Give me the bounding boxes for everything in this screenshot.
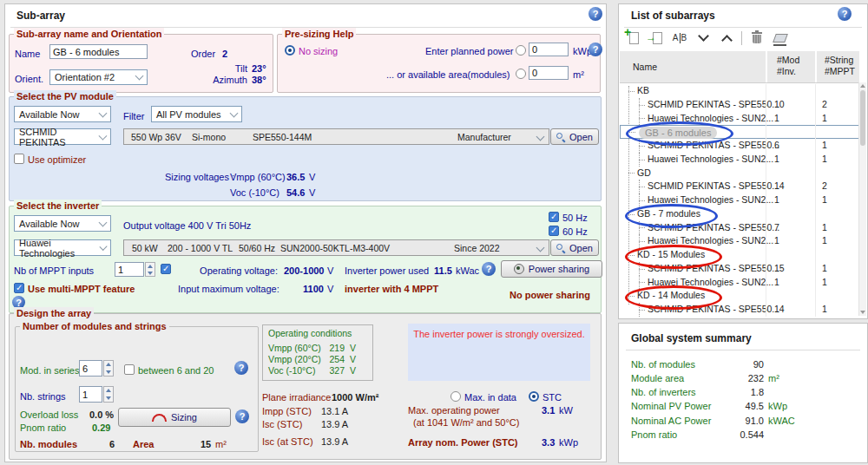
- subarray-device-row[interactable]: SCHMID PEKINTAS - SPE550...142: [620, 180, 859, 193]
- move-up-icon[interactable]: [718, 29, 735, 47]
- mod-inv-value: 1: [774, 234, 779, 248]
- mod-inv-value: 1: [774, 193, 779, 207]
- oc-unit: V: [350, 354, 356, 364]
- order-value: 2: [222, 49, 227, 59]
- planned-power-radio[interactable]: [516, 45, 526, 56]
- nb-strings-label: Nb. strings: [20, 391, 66, 402]
- array-power-label: Array nom. Power (STC): [408, 437, 518, 448]
- subarray-device-row[interactable]: Huawei Technologies - SUN2...11: [620, 193, 859, 207]
- freq-50hz-checkbox[interactable]: [549, 212, 559, 222]
- pv-manufacturer-select[interactable]: SCHMID PEKINTAS: [14, 128, 111, 145]
- string-mppt-value: 1: [822, 276, 827, 290]
- planned-power-input[interactable]: 0: [529, 43, 569, 56]
- subarray-group-row[interactable]: KD - 15 Modules: [620, 248, 859, 262]
- group-legend: Pre-sizing Help: [282, 28, 356, 40]
- subarray-row-label: SCHMID PEKINTAS - SPE550...: [648, 180, 779, 191]
- pnom-ratio-label: Pnom ratio: [20, 422, 66, 433]
- pv-open-button[interactable]: Open: [550, 128, 599, 145]
- inverter-manufacturer-select[interactable]: Huawei Technologies: [14, 239, 111, 256]
- power-used-help-icon[interactable]: [482, 262, 496, 276]
- subarray-name-input[interactable]: GB - 6 modules: [49, 44, 148, 59]
- subarray-row-label: SCHMID PEKINTAS - SPE550...: [648, 140, 779, 150]
- subarray-device-row[interactable]: Huawei Technologies - SUN2...11: [620, 234, 859, 248]
- presizing-help-icon[interactable]: [589, 43, 602, 56]
- power-sharing-button[interactable]: Power sharing: [501, 260, 602, 278]
- subarray-row-label: Huawei Technologies - SUN2...: [648, 113, 773, 123]
- add-subarray-icon[interactable]: +: [624, 29, 641, 47]
- inverter-manufacturer-value: Huawei Technologies: [19, 238, 101, 259]
- area-label: ... or available area(modules): [386, 69, 508, 80]
- nb-strings-stepper[interactable]: [103, 386, 114, 403]
- list-scrollbar[interactable]: [858, 82, 866, 316]
- orient-label: Orient.: [15, 74, 43, 84]
- subarray-device-row[interactable]: Huawei Technologies - SUN2...11: [620, 112, 859, 126]
- multi-mppt-checkbox[interactable]: [14, 283, 24, 293]
- inverter-combo[interactable]: 50 kW 200 - 1000 V TL 50/60 Hz SUN2000-5…: [123, 239, 549, 256]
- sizing-button-label: Sizing: [171, 412, 197, 422]
- use-optimizer-checkbox[interactable]: [14, 154, 24, 164]
- mod-series-stepper[interactable]: [103, 360, 114, 377]
- scroll-up-icon[interactable]: [860, 84, 865, 88]
- summary-label: Module area: [631, 373, 684, 383]
- subarray-group-row[interactable]: GD: [620, 167, 859, 180]
- rename-subarray-icon[interactable]: AB: [671, 29, 688, 47]
- freq-60hz-checkbox[interactable]: [549, 226, 559, 236]
- subarray-device-row[interactable]: Huawei Technologies - SUN2...11: [620, 153, 859, 167]
- subarray-group-row[interactable]: KD - 14 Modules: [620, 289, 859, 303]
- summary-label: Nb. of inverters: [631, 387, 696, 397]
- max-in-data-radio[interactable]: [450, 391, 461, 402]
- sizing-voltages-label: Sizing voltages :: [165, 172, 234, 182]
- summary-label: Nb. of modules: [631, 359, 695, 370]
- column-separator: [815, 51, 817, 82]
- area-input[interactable]: 0: [529, 66, 569, 80]
- col-string-mppt-header: #String #MPPT: [825, 55, 855, 77]
- scroll-down-icon[interactable]: [860, 311, 865, 314]
- subarray-device-row[interactable]: SCHMID PEKINTAS - SPE550...61: [620, 139, 859, 153]
- between-checkbox[interactable]: [124, 364, 135, 375]
- nb-strings-field[interactable]: 1: [79, 386, 102, 403]
- mppt-auto-checkbox[interactable]: [161, 264, 171, 274]
- subarray-list-help-icon[interactable]: [838, 7, 852, 21]
- mod-series-help-icon[interactable]: [234, 361, 248, 375]
- subarray-device-row[interactable]: Huawei Technologies - SUN2...11: [620, 276, 859, 290]
- pv-filter-select[interactable]: All PV modules: [151, 106, 242, 122]
- sizing-button[interactable]: Sizing: [118, 408, 231, 427]
- pv-module-group: Select the PV module Available Now Filte…: [9, 96, 602, 201]
- area-radio[interactable]: [516, 69, 526, 79]
- subarray-device-row[interactable]: SCHMID PEKINTAS - SPE550...102: [620, 98, 859, 112]
- delete-subarray-icon[interactable]: [748, 29, 766, 47]
- mppt-stepper[interactable]: [145, 262, 155, 277]
- title-divider: [624, 27, 862, 28]
- page-title: Sub-array: [16, 10, 65, 22]
- no-sizing-radio[interactable]: [285, 45, 295, 56]
- subarray-device-row[interactable]: SCHMID PEKINTAS - SPE550...151: [620, 262, 859, 276]
- mppt-inputs-field[interactable]: 1: [115, 262, 144, 277]
- move-down-icon[interactable]: [694, 29, 712, 47]
- azimuth-value: 38°: [252, 75, 266, 85]
- scroll-thumb[interactable]: [860, 90, 865, 146]
- subarray-group-row[interactable]: GB - 6 modules: [620, 125, 859, 139]
- inverter-group: Select the inverter Available Now Output…: [9, 206, 602, 313]
- subarray-device-row[interactable]: SCHMID PEKINTAS - SPE550...141: [620, 303, 859, 317]
- subarray-device-row[interactable]: SCHMID PEKINTAS - SPE550...71: [620, 221, 859, 235]
- subarray-group-row[interactable]: GB - 7 modules: [620, 207, 859, 221]
- duplicate-subarray-icon[interactable]: →: [648, 29, 665, 47]
- between-label: between 6 and 20: [138, 365, 214, 376]
- design-array-group: Design the array Number of modules and s…: [9, 313, 602, 460]
- orientation-select[interactable]: Orientation #2: [49, 69, 148, 85]
- pv-spec-power: 550 Wp 36V: [131, 132, 181, 142]
- subarray-group-row[interactable]: KB: [620, 84, 859, 98]
- irradiance-label: Plane irradiance: [262, 392, 332, 403]
- clear-subarray-icon[interactable]: [772, 29, 789, 47]
- presizing-group: Pre-sizing Help No sizing Enter planned …: [277, 34, 601, 93]
- mod-series-field[interactable]: 6: [79, 360, 102, 377]
- max-in-data-label: Max. in data: [464, 392, 516, 403]
- sizing-help-icon[interactable]: [235, 409, 249, 423]
- inverter-availability-select[interactable]: Available Now: [14, 215, 111, 232]
- pv-availability-select[interactable]: Available Now: [14, 106, 111, 122]
- subarray-list-title: List of subarrays: [631, 10, 715, 22]
- help-icon[interactable]: [589, 7, 602, 21]
- stc-radio[interactable]: [529, 391, 539, 402]
- inverter-open-button[interactable]: Open: [550, 239, 599, 256]
- pv-module-combo[interactable]: 550 Wp 36V Si-mono SPE550-144M Manufactu…: [123, 128, 549, 145]
